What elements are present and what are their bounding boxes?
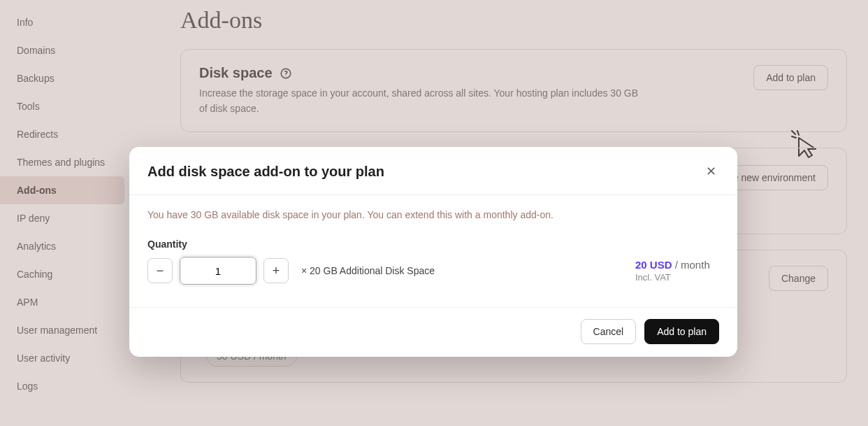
add-disk-space-modal: Add disk space add-on to your plan ✕ You… — [129, 147, 737, 357]
price-sub: Incl. VAT — [635, 272, 719, 283]
minus-icon: − — [157, 264, 164, 278]
modal-help-text: You have 30 GB available disk space in y… — [147, 209, 719, 220]
quantity-label: Quantity — [147, 239, 719, 250]
modal-title: Add disk space add-on to your plan — [147, 164, 384, 180]
quantity-input[interactable] — [180, 257, 256, 285]
quantity-increment-button[interactable]: + — [263, 258, 289, 283]
cancel-button[interactable]: Cancel — [581, 319, 637, 344]
plus-icon: + — [273, 264, 280, 278]
price-period: / month — [672, 259, 710, 271]
confirm-add-to-plan-button[interactable]: Add to plan — [644, 319, 719, 344]
quantity-decrement-button[interactable]: − — [147, 258, 173, 283]
quantity-unit-label: × 20 GB Additional Disk Space — [301, 265, 435, 276]
price-amount: 20 USD — [635, 259, 672, 271]
close-icon[interactable]: ✕ — [703, 162, 719, 180]
